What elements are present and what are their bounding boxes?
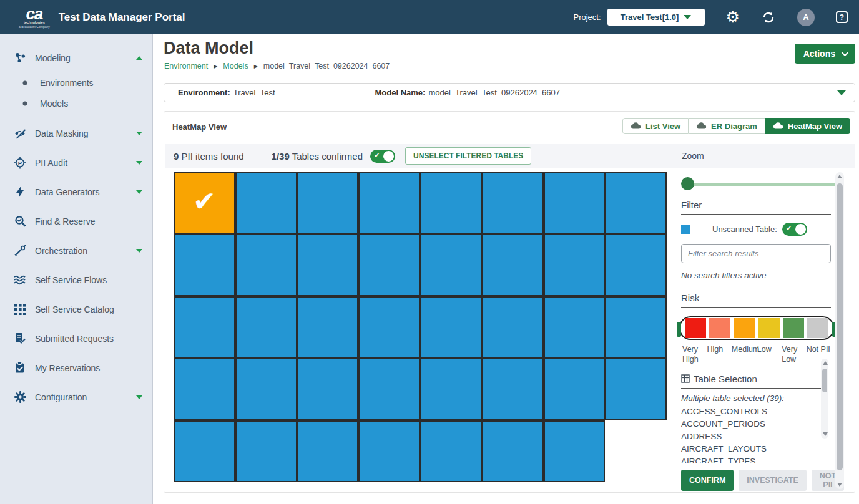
sidebar-item-orchestration[interactable]: Orchestration [0,236,152,265]
heatmap-tile[interactable] [482,296,544,358]
sidebar-item-self-service-catalog[interactable]: Self Service Catalog [0,294,152,324]
heatmap-tile-confirmed[interactable]: ✔ [174,172,235,234]
heatmap-tile[interactable] [605,358,667,420]
sidebar-item-pii-audit[interactable]: PPII Audit [0,148,152,177]
sidebar-item-configuration[interactable]: Configuration [0,382,152,412]
zoom-slider-track[interactable] [682,183,840,186]
chevron-down-icon[interactable] [136,249,142,253]
scroll-down-icon[interactable] [837,483,842,487]
heatmap-tile[interactable] [358,358,420,420]
heatmap-tile[interactable] [605,234,667,296]
heatmap-tile[interactable] [605,172,667,234]
actions-button[interactable]: Actions [795,44,855,64]
sidebar-item-modeling[interactable]: Modeling [0,43,152,72]
heatmap-tile[interactable] [482,172,544,234]
tables-confirmed-toggle[interactable]: ✓ [370,150,395,163]
heatmap-tile[interactable] [544,296,606,358]
risk-swatch-low[interactable] [758,318,780,338]
filter-search-input[interactable] [681,244,831,263]
heatmap-tile[interactable] [297,296,359,358]
heatmap-tile[interactable] [297,234,359,296]
scrollbar-thumb[interactable] [837,183,843,470]
panel-scrollbar[interactable] [835,172,844,489]
heatmap-tile[interactable] [174,420,235,482]
scroll-down-icon[interactable] [823,432,828,436]
chevron-up-icon[interactable] [136,56,142,60]
project-label: Project: [574,12,601,22]
table-list-item[interactable]: ADDRESS [681,430,818,443]
heatmap-tile[interactable] [358,234,420,296]
chevron-down-icon[interactable] [136,161,142,165]
heatmap-tile[interactable] [235,296,297,358]
table-list-scrollbar[interactable] [821,359,828,439]
breadcrumb-link-models[interactable]: Models [223,62,248,70]
risk-swatch-high[interactable] [709,318,730,338]
heatmap-tile[interactable] [174,296,235,358]
heatmap-tile[interactable] [420,234,482,296]
heatmap-tile[interactable] [420,296,482,358]
heatmap-tile[interactable] [235,420,297,482]
risk-swatch-very-low[interactable] [783,318,804,338]
risk-slider-left-handle[interactable] [677,322,681,337]
heatmap-tile[interactable] [544,234,606,296]
heatmap-tile[interactable] [235,358,297,420]
heatmap-tile[interactable] [297,420,359,482]
sidebar-item-submitted-requests[interactable]: Submitted Requests [0,324,152,353]
sidebar-item-environments[interactable]: Environments [0,72,152,93]
collapse-caret-icon[interactable] [837,90,846,95]
heatmap-grid: ✔ [174,172,667,482]
heatmap-tile[interactable] [482,420,544,482]
confirm-button[interactable]: CONFIRM [681,470,734,491]
table-list-item[interactable]: ACCESS_CONTROLS [681,405,818,418]
tab-list-view[interactable]: List View [622,118,689,134]
help-icon[interactable]: ? [836,11,848,23]
project-dropdown[interactable]: Travel Test[1.0] [607,9,705,26]
heatmap-tile[interactable] [358,172,420,234]
chevron-down-icon[interactable] [136,190,142,194]
sidebar-item-models[interactable]: Models [0,93,152,114]
table-list-item[interactable]: ACCOUNT_PERIODS [681,418,818,430]
breadcrumb-link-environment[interactable]: Environment [164,62,208,70]
heatmap-tile[interactable] [420,172,482,234]
sidebar-item-data-generators[interactable]: Data Generators [0,177,152,206]
scrollbar-thumb[interactable] [822,369,827,392]
sidebar-item-data-masking[interactable]: Data Masking [0,119,152,148]
heatmap-tile[interactable] [544,420,606,482]
heatmap-tile[interactable] [358,420,420,482]
heatmap-tile[interactable] [482,234,544,296]
risk-swatch-not-pii[interactable] [807,318,828,338]
risk-swatch-very-high[interactable] [685,318,706,338]
heatmap-tile[interactable] [235,234,297,296]
refresh-icon[interactable] [761,10,776,25]
risk-swatch-medium[interactable] [734,318,755,338]
unselect-filtered-tables-button[interactable]: UNSELECT FILTERED TABLES [405,147,531,165]
heatmap-tile[interactable] [420,358,482,420]
heatmap-tile[interactable] [420,420,482,482]
sidebar-item-my-reservations[interactable]: My Reservations [0,353,152,382]
heatmap-tile[interactable] [358,296,420,358]
tab-er-diagram[interactable]: ER Diagram [689,118,765,134]
heatmap-tile[interactable] [482,358,544,420]
heatmap-tile[interactable] [174,234,235,296]
sidebar-item-self-service-flows[interactable]: Self Service Flows [0,265,152,294]
heatmap-tile[interactable] [544,172,606,234]
chevron-down-icon[interactable] [136,132,142,135]
zoom-slider-knob[interactable] [681,177,694,190]
table-list-item[interactable]: AIRCRAFT_TYPES [681,455,818,463]
unscanned-table-toggle[interactable]: ✓ [782,223,807,236]
heatmap-tile[interactable] [235,172,297,234]
heatmap-tile[interactable] [174,358,235,420]
sidebar-item-find-reserve[interactable]: Find & Reserve [0,206,152,236]
table-list-item[interactable]: AIRCRAFT_LAYOUTS [681,443,818,455]
heatmap-tile[interactable] [297,358,359,420]
scroll-up-icon[interactable] [823,361,828,365]
heatmap-tile[interactable] [605,296,667,358]
tab-heatmap-view[interactable]: HeatMap View [765,118,850,134]
chevron-down-icon[interactable] [136,395,142,399]
settings-gear-icon[interactable]: ⚙ [726,9,740,25]
scroll-up-icon[interactable] [837,175,842,178]
user-avatar[interactable]: A [797,9,815,26]
table-grid-icon [681,374,690,383]
heatmap-tile[interactable] [297,172,359,234]
heatmap-tile[interactable] [544,358,606,420]
